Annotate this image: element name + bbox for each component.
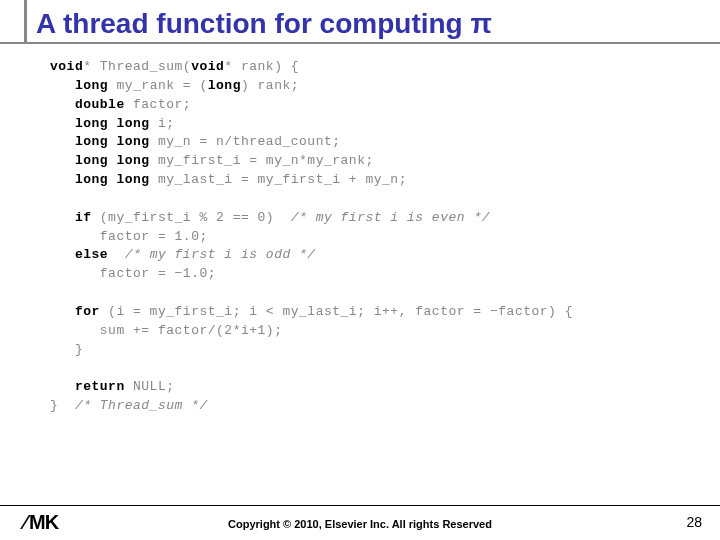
- code-line: double factor;: [50, 96, 720, 115]
- code-line: return NULL;: [50, 378, 720, 397]
- code-line: factor = 1.0;: [50, 228, 720, 247]
- code-line: long long my_n = n/thread_count;: [50, 133, 720, 152]
- page-number: 28: [686, 514, 702, 530]
- code-line: }: [50, 341, 720, 360]
- code-line: factor = −1.0;: [50, 265, 720, 284]
- code-line: [50, 360, 720, 379]
- code-line: else /* my first i is odd */: [50, 246, 720, 265]
- code-line: long my_rank = (long) rank;: [50, 77, 720, 96]
- copyright-text: Copyright © 2010, Elsevier Inc. All righ…: [0, 518, 720, 530]
- title-bar: A thread function for computing π: [0, 0, 720, 44]
- code-line: for (i = my_first_i; i < my_last_i; i++,…: [50, 303, 720, 322]
- code-line: long long my_last_i = my_first_i + my_n;: [50, 171, 720, 190]
- code-line: long long my_first_i = my_n*my_rank;: [50, 152, 720, 171]
- code-line: long long i;: [50, 115, 720, 134]
- code-line: if (my_first_i % 2 == 0) /* my first i i…: [50, 209, 720, 228]
- code-line: } /* Thread_sum */: [50, 397, 720, 416]
- code-block: void* Thread_sum(void* rank) { long my_r…: [0, 44, 720, 416]
- code-line: void* Thread_sum(void* rank) {: [50, 58, 720, 77]
- footer-rule: [0, 505, 720, 506]
- code-line: [50, 284, 720, 303]
- code-line: sum += factor/(2*i+1);: [50, 322, 720, 341]
- code-line: [50, 190, 720, 209]
- slide-title: A thread function for computing π: [36, 8, 492, 39]
